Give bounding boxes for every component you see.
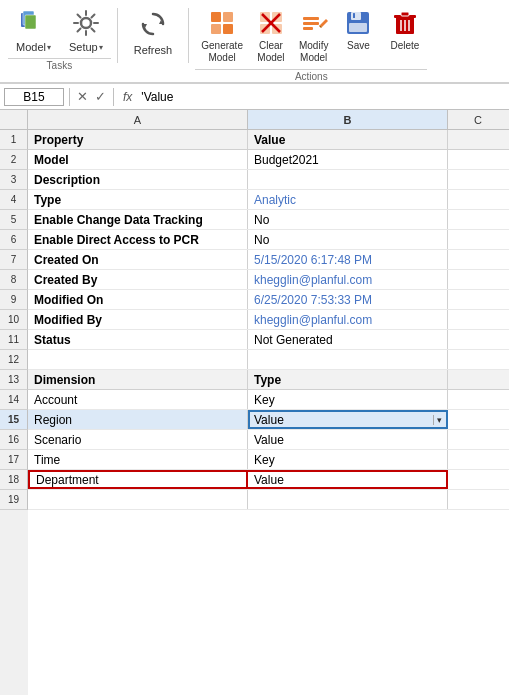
col-header-b[interactable]: B: [248, 110, 448, 129]
cell-c17[interactable]: [448, 450, 509, 469]
cell-reference-box[interactable]: B15: [4, 88, 64, 106]
row-num-8[interactable]: 8: [0, 270, 28, 290]
cell-b19[interactable]: [248, 490, 448, 509]
cell-a13[interactable]: Dimension: [28, 370, 248, 389]
row-num-2[interactable]: 2: [0, 150, 28, 170]
cell-b15[interactable]: Value ▾: [248, 410, 448, 429]
cell-c19[interactable]: [448, 490, 509, 509]
delete-button[interactable]: Delete: [382, 6, 427, 55]
confirm-formula-icon[interactable]: ✓: [93, 89, 108, 104]
row-num-12[interactable]: 12: [0, 350, 28, 370]
col-header-a[interactable]: A: [28, 110, 248, 129]
table-row: Property Value: [28, 130, 509, 150]
cell-c10[interactable]: [448, 310, 509, 329]
cell-c11[interactable]: [448, 330, 509, 349]
cell-a17[interactable]: Time: [28, 450, 248, 469]
row-num-14[interactable]: 14: [0, 390, 28, 410]
cell-a14[interactable]: Account: [28, 390, 248, 409]
refresh-button[interactable]: Refresh: [124, 6, 183, 59]
cell-b18[interactable]: Value: [248, 470, 448, 489]
row-num-6[interactable]: 6: [0, 230, 28, 250]
cell-a15[interactable]: Region: [28, 410, 248, 429]
generate-model-button[interactable]: Generate Model: [195, 6, 249, 67]
row-num-16[interactable]: 16: [0, 430, 28, 450]
cell-c1[interactable]: [448, 130, 509, 149]
cell-c14[interactable]: [448, 390, 509, 409]
cell-a16[interactable]: Scenario: [28, 430, 248, 449]
cell-b2[interactable]: Budget2021: [248, 150, 448, 169]
save-button[interactable]: Save: [336, 6, 380, 55]
cell-a3[interactable]: Description: [28, 170, 248, 189]
cell-b9[interactable]: 6/25/2020 7:53:33 PM: [248, 290, 448, 309]
cell-b4[interactable]: Analytic: [248, 190, 448, 209]
cell-b5[interactable]: No: [248, 210, 448, 229]
cell-a10[interactable]: Modified By: [28, 310, 248, 329]
row-num-15[interactable]: 15: [0, 410, 28, 430]
row-num-11[interactable]: 11: [0, 330, 28, 350]
clear-label-1: Clear: [259, 40, 283, 52]
cell-b11[interactable]: Not Generated: [248, 330, 448, 349]
cell-a1[interactable]: Property: [28, 130, 248, 149]
sheet-body: 1 2 3 4 5 6 7 8 9 10 11 12 13 14 15 16 1…: [0, 130, 509, 695]
row-num-10[interactable]: 10: [0, 310, 28, 330]
cancel-formula-icon[interactable]: ✕: [75, 89, 90, 104]
setup-label: Setup: [69, 41, 98, 53]
row-num-3[interactable]: 3: [0, 170, 28, 190]
row-num-18[interactable]: 18: [0, 470, 28, 490]
cell-c2[interactable]: [448, 150, 509, 169]
cell-b3[interactable]: [248, 170, 448, 189]
cell-c8[interactable]: [448, 270, 509, 289]
row-num-9[interactable]: 9: [0, 290, 28, 310]
cell-c9[interactable]: [448, 290, 509, 309]
cell-c12[interactable]: [448, 350, 509, 369]
cell-a5[interactable]: Enable Change Data Tracking: [28, 210, 248, 229]
row-num-17[interactable]: 17: [0, 450, 28, 470]
svg-rect-4: [211, 12, 221, 22]
clear-model-button[interactable]: Clear Model: [251, 6, 291, 67]
row-num-4[interactable]: 4: [0, 190, 28, 210]
cell-b17[interactable]: Key: [248, 450, 448, 469]
cell-c13[interactable]: [448, 370, 509, 389]
spreadsheet: A B C 1 2 3 4 5 6 7 8 9 10 11 12 13 14 1…: [0, 110, 509, 695]
row-num-19[interactable]: 19: [0, 490, 28, 510]
row-num-5[interactable]: 5: [0, 210, 28, 230]
cell-c5[interactable]: [448, 210, 509, 229]
col-header-c[interactable]: C: [448, 110, 508, 129]
cell-a19[interactable]: [28, 490, 248, 509]
cell-c16[interactable]: [448, 430, 509, 449]
cell-a9[interactable]: Modified On: [28, 290, 248, 309]
row-num-1[interactable]: 1: [0, 130, 28, 150]
cell-b13[interactable]: Type: [248, 370, 448, 389]
cell-b12[interactable]: [248, 350, 448, 369]
cell-b1[interactable]: Value: [248, 130, 448, 149]
cell-b14[interactable]: Key: [248, 390, 448, 409]
cell-a8[interactable]: Created By: [28, 270, 248, 289]
cell-c4[interactable]: [448, 190, 509, 209]
cell-b16[interactable]: Value: [248, 430, 448, 449]
cell-b7[interactable]: 5/15/2020 6:17:48 PM: [248, 250, 448, 269]
cell-c7[interactable]: [448, 250, 509, 269]
cell-a11[interactable]: Status: [28, 330, 248, 349]
row-num-7[interactable]: 7: [0, 250, 28, 270]
cell-a7[interactable]: Created On: [28, 250, 248, 269]
cell-b10[interactable]: khegglin@planful.com: [248, 310, 448, 329]
model-icon: [19, 9, 47, 41]
formula-input[interactable]: [139, 89, 505, 105]
cell-a2[interactable]: Model: [28, 150, 248, 169]
cell-c15[interactable]: [448, 410, 509, 429]
setup-button[interactable]: Setup ▾: [61, 6, 111, 56]
row-num-13[interactable]: 13: [0, 370, 28, 390]
model-button[interactable]: Model ▾: [8, 6, 59, 56]
cell-b8[interactable]: khegglin@planful.com: [248, 270, 448, 289]
modify-model-button[interactable]: Modify Model: [293, 6, 334, 67]
cell-c3[interactable]: [448, 170, 509, 189]
cell-c6[interactable]: [448, 230, 509, 249]
cell-a4[interactable]: Type: [28, 190, 248, 209]
cell-c18[interactable]: [448, 470, 509, 489]
cell-a18[interactable]: Department: [28, 470, 248, 489]
delete-icon: [391, 9, 419, 40]
cell-a12[interactable]: [28, 350, 248, 369]
dropdown-arrow-icon[interactable]: ▾: [433, 415, 442, 425]
cell-b6[interactable]: No: [248, 230, 448, 249]
cell-a6[interactable]: Enable Direct Access to PCR: [28, 230, 248, 249]
